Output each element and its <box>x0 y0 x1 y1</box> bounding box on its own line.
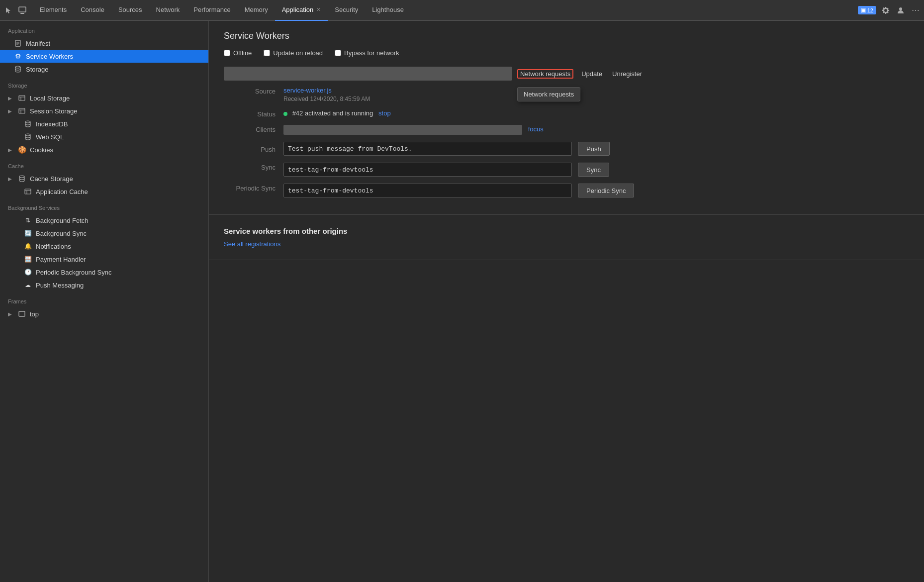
top-frame-icon <box>18 310 26 318</box>
push-label: Push <box>224 145 283 153</box>
bg-fetch-icon: ⇅ <box>24 216 32 224</box>
update-button[interactable]: Update <box>579 69 604 79</box>
network-requests-button[interactable]: Network requests <box>517 69 573 79</box>
bypass-for-network-checkbox[interactable] <box>335 50 341 56</box>
sidebar-item-cookies[interactable]: ▶ 🍪 Cookies <box>0 143 208 156</box>
bg-sync-icon: 🔄 <box>24 229 32 237</box>
local-storage-icon <box>18 94 26 102</box>
sidebar-item-push-messaging[interactable]: ☁ Push Messaging <box>0 279 208 291</box>
svg-rect-20 <box>19 311 25 316</box>
periodic-sync-row: Periodic Sync Periodic Sync <box>224 184 909 197</box>
sidebar-section-cache: Cache <box>0 156 208 172</box>
status-row: Status #42 activated and is running stop <box>224 109 909 118</box>
indexeddb-icon <box>24 120 32 128</box>
source-value: service-worker.js Received 12/4/2020, 8:… <box>283 87 909 102</box>
update-on-reload-option[interactable]: Update on reload <box>264 49 323 57</box>
svg-rect-0 <box>19 7 26 12</box>
sidebar-item-application-cache-label: Application Cache <box>36 188 88 195</box>
periodic-sync-input[interactable] <box>283 184 572 197</box>
status-value: #42 activated and is running stop <box>283 109 909 117</box>
page-title: Service Workers <box>224 31 909 41</box>
source-link[interactable]: service-worker.js <box>283 87 332 94</box>
sidebar-item-notifications-label: Notifications <box>36 243 71 250</box>
sidebar-item-payment-handler[interactable]: 🪟 Payment Handler <box>0 253 208 266</box>
sidebar-item-indexeddb[interactable]: IndexedDB <box>0 117 208 130</box>
sidebar-item-payment-handler-label: Payment Handler <box>36 256 86 263</box>
clients-label: Clients <box>224 125 283 133</box>
badge[interactable]: ▣ 12 <box>858 6 876 14</box>
badge-count: 12 <box>867 7 873 13</box>
sidebar-item-web-sql[interactable]: Web SQL <box>0 130 208 143</box>
offline-checkbox[interactable] <box>224 50 230 56</box>
tab-console[interactable]: Console <box>74 0 111 21</box>
expand-arrow-cookies-icon: ▶ <box>8 147 14 153</box>
sidebar-item-periodic-bg-sync[interactable]: 🕐 Periodic Background Sync <box>0 266 208 279</box>
user-icon[interactable] <box>895 5 906 16</box>
options-row: Offline Update on reload Bypass for netw… <box>224 49 909 57</box>
clients-bar <box>283 125 522 135</box>
network-requests-dropdown[interactable]: Network requests <box>517 87 580 101</box>
sync-input[interactable] <box>283 163 572 177</box>
status-text: #42 activated and is running <box>292 109 373 117</box>
stop-link[interactable]: stop <box>378 109 391 117</box>
push-messaging-icon: ☁ <box>24 281 32 289</box>
sidebar-item-storage-main[interactable]: Storage <box>0 63 208 76</box>
cursor-icon[interactable] <box>3 5 14 16</box>
sw-entry: Network requests Network requests Update… <box>224 67 909 197</box>
settings-icon[interactable] <box>880 5 891 16</box>
inspect-icon[interactable] <box>17 5 28 16</box>
more-icon[interactable]: ⋯ <box>910 5 921 16</box>
offline-option[interactable]: Offline <box>224 49 252 57</box>
tab-sources[interactable]: Sources <box>111 0 149 21</box>
push-button[interactable]: Push <box>578 142 610 156</box>
sidebar-item-application-cache[interactable]: Application Cache <box>0 185 208 198</box>
cookies-icon: 🍪 <box>18 146 26 154</box>
expand-arrow-cache-icon: ▶ <box>8 176 14 182</box>
tab-security[interactable]: Security <box>328 0 365 21</box>
sidebar-item-top[interactable]: ▶ top <box>0 307 208 320</box>
svg-point-2 <box>899 7 902 10</box>
tab-performance[interactable]: Performance <box>186 0 237 21</box>
sidebar-item-notifications[interactable]: 🔔 Notifications <box>0 240 208 253</box>
periodic-sync-value: Periodic Sync <box>283 184 909 197</box>
bypass-for-network-option[interactable]: Bypass for network <box>335 49 399 57</box>
sidebar-item-manifest-label: Manifest <box>26 40 50 47</box>
update-on-reload-checkbox[interactable] <box>264 50 270 56</box>
unregister-button[interactable]: Unregister <box>610 69 644 79</box>
sidebar-item-push-messaging-label: Push Messaging <box>36 282 84 289</box>
sidebar-item-cache-storage[interactable]: ▶ Cache Storage <box>0 172 208 185</box>
periodic-bg-sync-icon: 🕐 <box>24 268 32 276</box>
svg-point-7 <box>15 66 20 68</box>
push-input[interactable] <box>283 142 572 156</box>
sidebar-item-service-workers[interactable]: ⚙ Service Workers <box>0 50 208 63</box>
tab-memory[interactable]: Memory <box>238 0 275 21</box>
other-origins-section: Service workers from other origins See a… <box>209 215 924 260</box>
badge-icon: ▣ <box>861 7 866 13</box>
sidebar-item-top-label: top <box>30 310 39 318</box>
sidebar-item-bg-sync-label: Background Sync <box>36 230 87 237</box>
sidebar-item-local-storage[interactable]: ▶ Local Storage <box>0 92 208 104</box>
bottom-spacer <box>209 260 924 360</box>
svg-point-15 <box>25 134 30 136</box>
tab-close-icon[interactable]: ✕ <box>316 6 321 13</box>
focus-link[interactable]: focus <box>528 125 544 133</box>
sidebar-item-bg-fetch[interactable]: ⇅ Background Fetch <box>0 214 208 227</box>
sidebar-item-cache-storage-label: Cache Storage <box>30 175 73 183</box>
sidebar-item-manifest[interactable]: Manifest <box>0 37 208 50</box>
expand-arrow-icon: ▶ <box>8 96 14 101</box>
tab-network[interactable]: Network <box>149 0 187 21</box>
see-all-registrations-link[interactable]: See all registrations <box>224 240 280 248</box>
tab-lighthouse[interactable]: Lighthouse <box>365 0 411 21</box>
tab-application[interactable]: Application ✕ <box>275 0 328 21</box>
sidebar-section-application: Application <box>0 21 208 37</box>
sidebar-item-indexeddb-label: IndexedDB <box>36 120 68 128</box>
svg-rect-17 <box>25 189 31 194</box>
tab-elements[interactable]: Elements <box>33 0 74 21</box>
periodic-sync-button[interactable]: Periodic Sync <box>578 184 634 197</box>
sidebar-item-bg-fetch-label: Background Fetch <box>36 217 89 224</box>
sidebar-item-web-sql-label: Web SQL <box>36 133 64 141</box>
sidebar-item-bg-sync[interactable]: 🔄 Background Sync <box>0 227 208 240</box>
sync-button[interactable]: Sync <box>578 163 609 177</box>
sw-url-row: Network requests Network requests Update… <box>224 67 909 81</box>
sidebar-item-session-storage[interactable]: ▶ Session Storage <box>0 104 208 117</box>
